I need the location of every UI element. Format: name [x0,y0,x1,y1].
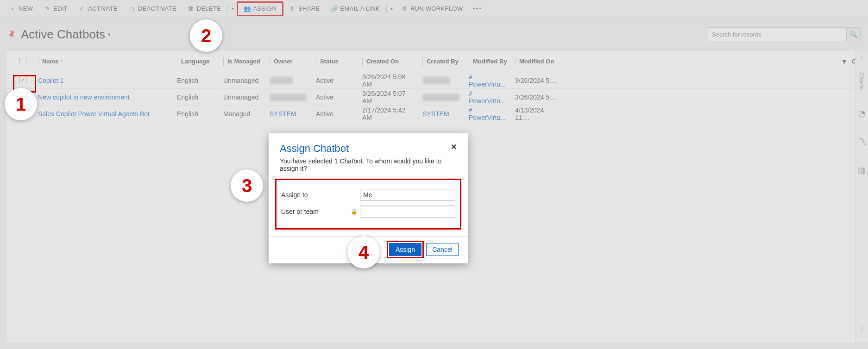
select-all-checkbox[interactable] [19,58,26,65]
owner-redacted: . [270,93,307,101]
col-header-modified-on[interactable]: Modified On [511,57,562,66]
row-checkbox[interactable]: ✓ [19,77,26,84]
deactivate-icon: ◻ [129,5,135,12]
run-workflow-button[interactable]: ⚙RUN WORKFLOW [396,0,468,17]
people-icon: 👥 [244,5,250,12]
lock-icon: 🔒 [351,208,357,215]
bar-chart-icon[interactable]: ▥ [858,165,866,175]
search-input[interactable] [708,27,847,41]
view-title-text: Active Chatbots [21,27,105,42]
cancel-button[interactable]: Cancel [426,243,459,256]
col-header-is-managed[interactable]: Is Managed [220,57,266,66]
col-header-owner[interactable]: Owner [266,57,312,66]
modified-by-link[interactable]: # PowerVirtu... [469,106,508,121]
link-icon: 🔗 [331,5,337,12]
email-link-button[interactable]: 🔗EMAIL A LINK [325,0,385,17]
assign-confirm-button[interactable]: Assign [389,243,421,256]
annotation-callout-3: 3 [231,169,263,202]
col-header-created-on[interactable]: Created On [359,57,419,66]
email-dropdown[interactable]: ▾ [388,6,396,11]
view-selector[interactable]: Active Chatbots ▾ [21,27,111,42]
check-icon: ✓ [79,5,85,12]
view-header: 📌 Active Chatbots ▾ 🔍 [0,18,868,51]
created-by-redacted: . [422,93,459,101]
share-icon: ⇪ [289,5,296,12]
assign-to-label: Assign to [281,191,351,199]
created-by-redacted: . [422,77,450,84]
record-link[interactable]: Sales Copilot Power Virtual Agents Bot [38,110,150,118]
record-link[interactable]: New copilot in new environment [38,93,130,101]
user-team-input[interactable] [360,206,455,218]
annotation-callout-1: 1 [5,88,37,120]
col-header-modified-by[interactable]: Modified By [465,57,511,66]
chevron-down-icon: ▾ [108,31,111,37]
created-by-link[interactable]: SYSTEM [422,110,449,118]
modified-by-link[interactable]: # PowerVirtu... [469,90,508,105]
dialog-subtitle: You have selected 1 Chatbot. To whom wou… [269,157,468,176]
owner-redacted: . [270,77,293,84]
delete-dropdown[interactable]: ▾ [229,6,237,11]
charts-rail: ‹ Charts ◔ 〽 ▥ ⋮ [855,51,868,343]
rail-more-icon[interactable]: ⋮ [858,324,866,333]
table-row[interactable]: New copilot in new environment English U… [6,89,862,106]
grid-header-row: Name ↑ Language Is Managed Owner Status … [6,51,862,72]
charts-label[interactable]: Charts [858,72,865,90]
assign-to-input[interactable] [360,189,455,201]
col-header-name[interactable]: Name ↑ [34,57,173,66]
user-team-label: User or team [281,208,351,215]
dialog-form: Assign to User or team 🔒 [275,179,461,230]
collapse-rail-icon[interactable]: ‹ [861,54,863,61]
owner-link[interactable]: SYSTEM [270,110,296,118]
col-header-status[interactable]: Status [312,57,359,66]
col-header-created-by[interactable]: Created By [419,57,465,66]
area-chart-icon[interactable]: 〽 [858,137,866,147]
annotation-callout-2: 2 [190,19,222,52]
col-header-language[interactable]: Language [173,57,220,66]
dialog-title: Assign Chatbot [280,143,349,155]
separator [386,4,387,13]
delete-button[interactable]: 🗑DELETE [182,0,226,17]
plus-icon: ＋ [9,5,16,13]
close-icon[interactable]: ✕ [451,143,457,151]
command-bar: ＋NEW ✎EDIT ✓ACTIVATE ◻DEACTIVATE 🗑DELETE… [0,0,868,18]
table-row[interactable]: Sales Copilot Power Virtual Agents Bot E… [6,106,862,122]
modified-by-link[interactable]: # PowerVirtu... [469,73,508,88]
gear-icon: ⚙ [401,5,408,12]
annotation-callout-4: 4 [347,236,380,268]
activate-button[interactable]: ✓ACTIVATE [73,0,123,17]
separator [227,4,228,13]
pencil-icon: ✎ [44,5,50,12]
table-row[interactable]: ✓ Copilot 1 English Unmanaged . Active 3… [6,72,862,89]
search-button[interactable]: 🔍 [847,27,861,41]
search-icon: 🔍 [850,31,857,38]
deactivate-button[interactable]: ◻DEACTIVATE [123,0,182,17]
assign-button[interactable]: 👥ASSIGN [237,1,283,16]
overflow-button[interactable]: ••• [468,5,487,12]
trash-icon: 🗑 [188,5,194,12]
filter-icon[interactable]: ▾ [843,57,846,66]
edit-button[interactable]: ✎EDIT [38,0,73,17]
new-button[interactable]: ＋NEW [4,0,38,17]
pie-chart-icon[interactable]: ◔ [858,108,866,118]
share-button[interactable]: ⇪SHARE [283,0,325,17]
pin-icon[interactable]: 📌 [6,29,17,39]
record-link[interactable]: Copilot 1 [38,77,63,84]
